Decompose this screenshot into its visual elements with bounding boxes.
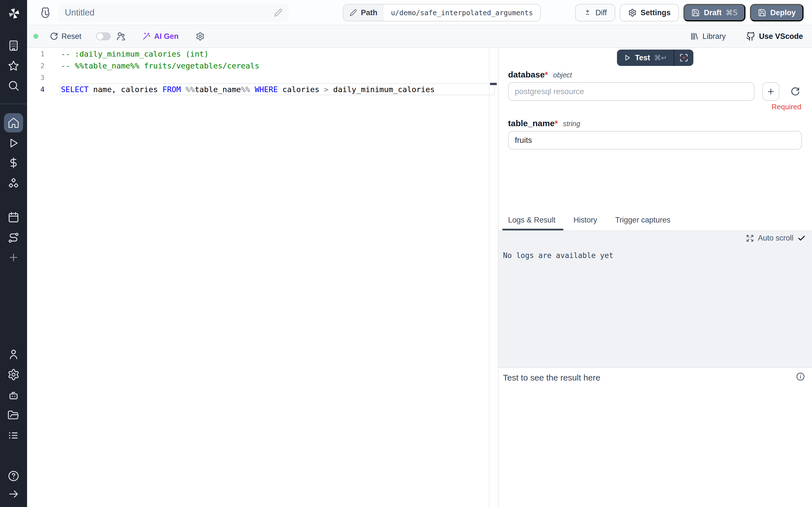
status-dot — [33, 34, 38, 39]
add-resource-button[interactable] — [762, 82, 779, 101]
save-icon — [691, 8, 700, 17]
diff-plus-minus-icon — [583, 9, 592, 17]
topbar: Path u/demo/safe_interpolated_arguments … — [27, 0, 812, 25]
auto-scroll-toggle[interactable]: Auto scroll — [746, 234, 806, 242]
tab-history[interactable]: History — [573, 210, 597, 230]
draft-button[interactable]: Draft ⌘S — [683, 4, 746, 21]
field-table-name-type: string — [563, 120, 580, 128]
script-title-field[interactable] — [58, 3, 289, 22]
capture-frame-icon — [679, 53, 689, 62]
schedules-calendar-icon[interactable] — [7, 211, 20, 224]
add-plus-icon[interactable] — [7, 251, 20, 264]
magic-wand-icon — [142, 32, 151, 41]
edit-path-pencil-icon — [350, 9, 357, 16]
user-icon[interactable] — [7, 348, 20, 360]
editor-settings-gear-icon[interactable] — [196, 32, 205, 41]
result-hint: Test to see the result here — [503, 373, 600, 383]
save-icon — [758, 8, 766, 17]
table-name-input[interactable] — [508, 131, 802, 150]
use-vscode-button[interactable]: Use VScode — [746, 32, 803, 41]
code-lines: 1-- :daily_minimum_calories (int)2-- %%t… — [27, 48, 498, 95]
reset-button[interactable]: Reset — [50, 32, 82, 41]
refresh-resources-button[interactable] — [788, 85, 802, 98]
line-text: SELECT name, calories FROM %%table_name%… — [61, 85, 435, 94]
deploy-button[interactable]: Deploy — [750, 4, 804, 21]
script-title-input[interactable] — [58, 8, 274, 18]
folders-icon[interactable] — [7, 409, 20, 422]
database-input[interactable] — [508, 82, 755, 101]
sidebar — [0, 0, 27, 507]
field-database-type: object — [553, 71, 572, 79]
favorites-star-icon[interactable] — [7, 60, 20, 72]
help-icon[interactable] — [7, 470, 20, 482]
postgresql-icon — [39, 6, 52, 19]
code-line[interactable]: 1-- :daily_minimum_calories (int) — [27, 48, 498, 60]
home-icon[interactable] — [7, 117, 20, 129]
ai-gen-label: AI Gen — [154, 32, 179, 41]
info-icon[interactable] — [796, 372, 805, 381]
ai-gen-button[interactable]: AI Gen — [142, 32, 179, 41]
edit-title-pencil-icon[interactable] — [274, 8, 283, 17]
line-number: 4 — [27, 86, 45, 94]
code-line[interactable]: 4SELECT name, calories FROM %%table_name… — [27, 83, 498, 95]
field-database: database* object — [508, 70, 802, 111]
windmill-logo-icon[interactable] — [7, 7, 20, 19]
test-panel: Test ⌘↵ — [498, 48, 812, 507]
logs-empty-message: No logs are available yet — [503, 251, 613, 260]
test-button[interactable]: Test ⌘↵ — [617, 50, 673, 66]
github-icon — [746, 32, 756, 41]
path-breadcrumb[interactable]: Path u/demo/safe_interpolated_arguments — [343, 4, 541, 21]
line-number: 3 — [27, 73, 45, 82]
search-icon[interactable] — [7, 79, 20, 92]
workers-robot-icon[interactable] — [7, 389, 20, 402]
overview-ruler — [489, 48, 490, 507]
library-button[interactable]: Library — [690, 32, 726, 41]
capture-button[interactable] — [674, 50, 694, 66]
resources-cubes-icon[interactable] — [7, 177, 20, 190]
logs-panel: Auto scroll No logs are available yet — [499, 231, 812, 367]
result-tabs: Logs & Result History Trigger captures — [499, 210, 812, 231]
field-database-name: database — [508, 70, 545, 79]
field-table-name-name: table_name — [508, 119, 555, 128]
test-panel-top: Test ⌘↵ — [499, 48, 812, 210]
test-shortcut: ⌘↵ — [654, 54, 667, 62]
variables-dollar-icon[interactable] — [7, 157, 20, 169]
code-line[interactable]: 3 — [27, 71, 498, 83]
library-label: Library — [702, 32, 726, 41]
diff-button-label: Diff — [596, 8, 607, 17]
required-asterisk: * — [545, 70, 548, 79]
settings-gear-icon[interactable] — [7, 369, 20, 381]
windmill-script-editor: Path u/demo/safe_interpolated_arguments … — [0, 0, 812, 507]
runs-play-icon[interactable] — [7, 137, 20, 149]
overview-ruler-cursor-mark — [490, 83, 497, 85]
line-text: -- :daily_minimum_calories (int) — [61, 50, 209, 58]
line-number: 1 — [27, 50, 45, 58]
library-icon — [690, 32, 699, 41]
workspace-icon[interactable] — [7, 40, 20, 52]
test-split-button: Test ⌘↵ — [617, 50, 693, 66]
users-icon — [116, 31, 126, 41]
expand-sidebar-arrow-icon[interactable] — [7, 488, 20, 500]
code-editor[interactable]: 1-- :daily_minimum_calories (int)2-- %%t… — [27, 48, 498, 507]
settings-button-label: Settings — [641, 8, 671, 17]
deploy-button-label: Deploy — [770, 8, 796, 17]
sidebar-divider — [0, 104, 27, 104]
settings-button[interactable]: Settings — [620, 4, 679, 21]
toggle-knob — [97, 33, 103, 40]
audit-logs-list-icon[interactable] — [7, 429, 20, 442]
test-button-label: Test — [635, 54, 650, 62]
path-label: Path — [343, 4, 384, 21]
required-asterisk: * — [555, 119, 558, 128]
checkmark-icon — [797, 234, 806, 242]
settings-gear-icon — [628, 8, 637, 17]
triggers-route-icon[interactable] — [7, 231, 20, 244]
use-vscode-label: Use VScode — [759, 32, 803, 41]
line-text: -- %%table_name%% fruits/vegetables/cere… — [61, 61, 259, 70]
code-line[interactable]: 2-- %%table_name%% fruits/vegetables/cer… — [27, 60, 498, 71]
diff-button[interactable]: Diff — [575, 4, 615, 21]
reset-label: Reset — [61, 32, 82, 41]
refresh-icon — [50, 32, 58, 41]
multiplayer-toggle[interactable] — [96, 33, 111, 40]
tab-trigger-captures[interactable]: Trigger captures — [615, 210, 670, 230]
tab-logs-result[interactable]: Logs & Result — [508, 210, 555, 230]
